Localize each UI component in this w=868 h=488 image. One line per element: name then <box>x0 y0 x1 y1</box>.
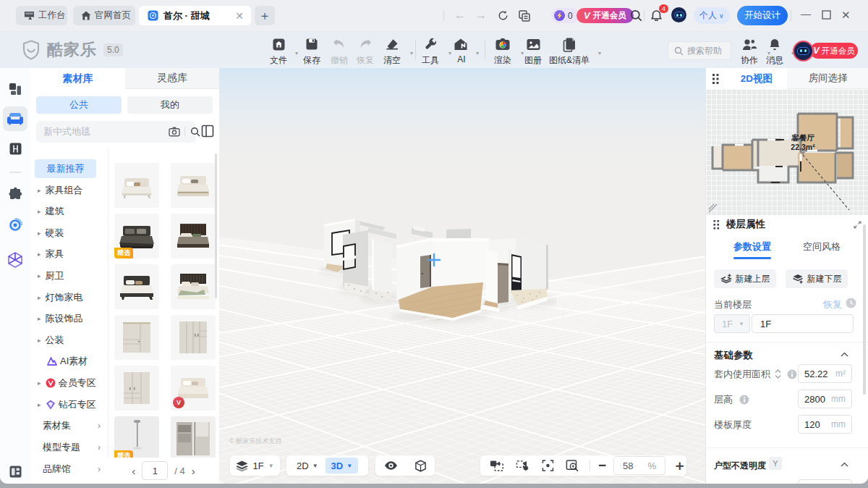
svg-text:22.3m²: 22.3m² <box>791 143 815 151</box>
svg-text:客餐厅: 客餐厅 <box>791 133 814 142</box>
